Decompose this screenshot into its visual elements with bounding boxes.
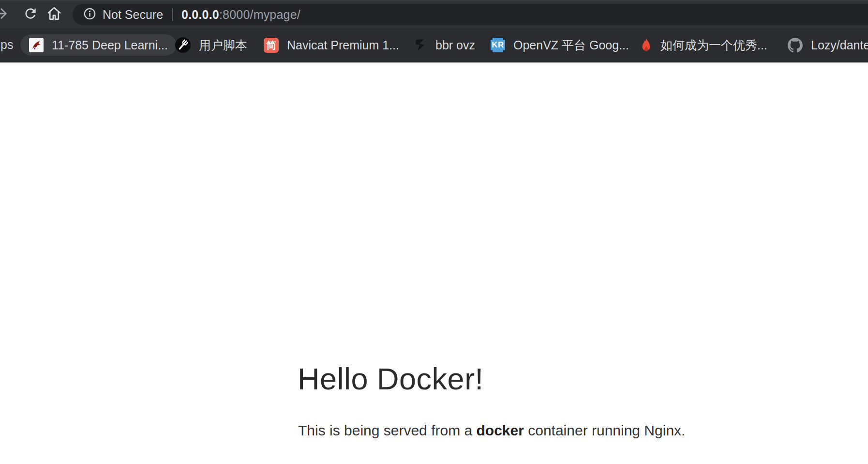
kr-favicon-glyph: KR <box>491 38 505 52</box>
bookmark-label: Navicat Premium 1... <box>287 38 399 52</box>
served-from-text: This is being served from a docker conta… <box>298 422 685 439</box>
url-path: :8000/mypage/ <box>219 8 300 21</box>
jianshu-favicon-glyph: 简 <box>267 39 276 52</box>
served-from-prefix: This is being served from a <box>298 422 476 438</box>
forward-button[interactable] <box>0 5 11 24</box>
reload-icon <box>23 6 38 23</box>
github-favicon <box>788 38 803 53</box>
bookmark-label: 如何成为一个优秀... <box>660 37 767 53</box>
omnibox-divider <box>172 8 173 21</box>
url-host: 0.0.0.0 <box>181 8 219 21</box>
page-title: Hello Docker! <box>298 361 484 396</box>
browser-toolbar: Not Secure 0.0.0.0:8000/mypage/ <box>0 0 868 28</box>
dark-bird-favicon <box>413 38 427 52</box>
flame-favicon <box>641 37 652 53</box>
address-bar[interactable]: Not Secure 0.0.0.0:8000/mypage/ <box>73 4 868 25</box>
arrow-forward-icon <box>0 5 10 24</box>
bookmark-user-scripts[interactable]: 用户脚本 <box>175 34 247 56</box>
url-text[interactable]: 0.0.0.0:8000/mypage/ <box>181 8 300 22</box>
bookmark-label: 用户脚本 <box>199 37 247 53</box>
greasyfork-fork-favicon <box>175 37 191 53</box>
served-from-suffix: container running Nginx. <box>524 422 686 438</box>
bookmark-label: 11-785 Deep Learni... <box>52 38 168 52</box>
bookmark-label: bbr ovz <box>435 38 475 52</box>
docker-bold-word: docker <box>476 422 524 438</box>
security-label[interactable]: Not Secure <box>103 8 163 22</box>
bookmark-navicat-premium[interactable]: 简 Navicat Premium 1... <box>264 34 399 56</box>
reload-button[interactable] <box>21 5 40 24</box>
home-icon <box>46 5 62 24</box>
home-button[interactable] <box>45 5 63 24</box>
browser-window: Not Secure 0.0.0.0:8000/mypage/ ps 11-78… <box>0 0 868 464</box>
bookmark-label: Lozy/dante <box>811 38 868 52</box>
bookmark-bbr-ovz[interactable]: bbr ovz <box>413 34 475 56</box>
bookmark-label: OpenVZ 平台 Goog... <box>513 37 629 53</box>
bookmarks-bar: ps 11-785 Deep Learni... <box>0 28 868 62</box>
bookmark-how-to-become-excellent[interactable]: 如何成为一个优秀... <box>641 34 767 56</box>
bookmark-11-785-deep-learning[interactable]: 11-785 Deep Learni... <box>20 34 177 56</box>
kr-favicon: KR <box>491 38 505 52</box>
bookmark-lozy-dante[interactable]: Lozy/dante <box>788 34 868 56</box>
apps-shortcut-label-cutoff[interactable]: ps <box>0 38 13 52</box>
jianshu-favicon: 简 <box>264 38 279 53</box>
page-viewport: Hello Docker! This is being served from … <box>0 63 868 464</box>
info-icon[interactable] <box>83 7 96 22</box>
cmu-bird-favicon <box>29 38 44 52</box>
bookmark-openvz-google[interactable]: KR OpenVZ 平台 Goog... <box>491 34 629 56</box>
